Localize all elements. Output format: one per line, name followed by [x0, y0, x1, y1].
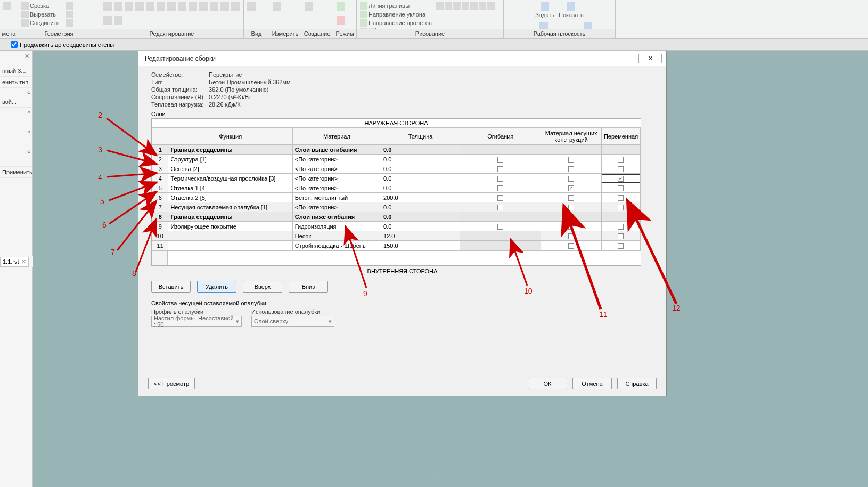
- help-button[interactable]: Справка: [617, 378, 657, 389]
- annotation-number: 2: [98, 111, 102, 119]
- page-marker-icon: ◇: [432, 477, 436, 483]
- profile-label: Профиль опалубки: [151, 309, 242, 315]
- formwork-title: Свойства несущей оставляемой опалубки: [151, 300, 657, 306]
- checkbox[interactable]: [568, 166, 574, 172]
- panel-label: Геометрия: [18, 29, 100, 38]
- annotation-number: 3: [98, 145, 102, 154]
- apply-button[interactable]: Применить: [0, 167, 32, 178]
- dialog-title: Редактирование сборки: [145, 55, 216, 62]
- checkbox[interactable]: [618, 176, 624, 182]
- edit-assembly-dialog: Редактирование сборки ✕ Семейство:Перекр…: [138, 51, 667, 396]
- panel-label: Редактирование: [100, 29, 243, 38]
- extend-core-label: Продолжить до сердцевины стены: [20, 42, 114, 48]
- table-row[interactable]: 10Песок12.0: [152, 231, 641, 241]
- list-item[interactable]: нный 3...: [0, 66, 32, 77]
- layers-table[interactable]: Функция Материал Толщина Огибания Матери…: [152, 128, 641, 250]
- checkbox[interactable]: [568, 195, 574, 201]
- table-row[interactable]: 4Термическая/воздушная прослойка [3]<По …: [152, 174, 641, 183]
- checkbox[interactable]: [497, 157, 503, 163]
- annotation-number: 7: [111, 248, 115, 256]
- table-row[interactable]: 3Основа [2]<По категории>0.0: [152, 164, 641, 174]
- panel-label: мена: [0, 29, 18, 38]
- checkbox[interactable]: [618, 157, 624, 163]
- checkbox[interactable]: [568, 224, 574, 230]
- panel-label: Рисование: [357, 29, 503, 38]
- annotation-number: 8: [132, 269, 136, 278]
- list-item[interactable]: вой...: [0, 96, 32, 108]
- close-button[interactable]: ✕: [638, 54, 662, 63]
- annotation-number: 12: [672, 304, 681, 312]
- close-icon[interactable]: ✕: [24, 53, 29, 60]
- table-row[interactable]: 1Граница сердцевиныСлои выше огибания0.0: [152, 145, 641, 155]
- annotation-number: 11: [599, 310, 608, 319]
- annotation-number: 6: [102, 221, 107, 229]
- list-item[interactable]: енить тип: [0, 77, 32, 88]
- file-tab[interactable]: 1.1.rvt✕: [0, 257, 29, 267]
- table-row[interactable]: 6Отделка 2 [5]Бетон, монолитный200.0: [152, 193, 641, 202]
- table-row[interactable]: 9Изолирующее покрытиеГидроизоляция0.0: [152, 222, 641, 231]
- usage-label: Использование опалубки: [251, 309, 334, 315]
- usage-select[interactable]: Слой сверху: [251, 316, 334, 327]
- col-function[interactable]: Функция: [168, 128, 292, 145]
- checkbox[interactable]: [618, 233, 624, 239]
- up-button[interactable]: Вверх: [243, 281, 282, 293]
- table-row[interactable]: 11Стройплощадка - Щебень150.0: [152, 241, 641, 250]
- checkbox[interactable]: [568, 157, 574, 163]
- profile-select[interactable]: Настил формы_Несоставной : 50: [151, 316, 242, 327]
- properties-panel: ✕ нный 3... енить тип « вой... « « « При…: [0, 51, 33, 487]
- paste-icon[interactable]: [3, 2, 11, 10]
- options-bar: Продолжить до сердцевины стены: [0, 39, 868, 51]
- annotation-number: 5: [100, 197, 104, 206]
- checkbox[interactable]: [497, 205, 503, 210]
- checkbox[interactable]: [618, 185, 624, 191]
- panel-label: Рабочая плоскость: [504, 29, 615, 38]
- ok-button[interactable]: ОК: [528, 378, 567, 389]
- panel-label: Режим: [333, 29, 356, 38]
- table-row[interactable]: 2Структура [1]<По категории>0.0: [152, 155, 641, 164]
- checkbox[interactable]: [618, 166, 624, 172]
- panel-label: Измерить: [269, 29, 301, 38]
- checkbox[interactable]: [497, 185, 503, 191]
- checkbox[interactable]: [497, 224, 503, 230]
- checkbox[interactable]: [497, 195, 503, 201]
- panel-label: Вид: [244, 29, 269, 38]
- layers-label: Слои: [151, 111, 657, 117]
- annotation-number: 9: [363, 289, 367, 298]
- checkbox[interactable]: [497, 176, 503, 182]
- col-material[interactable]: Материал: [292, 128, 381, 145]
- table-row[interactable]: 8Граница сердцевиныСлои ниже огибания0.0: [152, 212, 641, 222]
- inner-side-label: ВНУТРЕННЯЯ СТОРОНА: [148, 266, 657, 275]
- down-button[interactable]: Вниз: [289, 281, 328, 293]
- checkbox[interactable]: [568, 185, 574, 191]
- checkbox[interactable]: [618, 243, 624, 249]
- col-structural[interactable]: Материал несущих конструкций: [541, 128, 602, 145]
- checkbox[interactable]: [618, 195, 624, 201]
- col-variable[interactable]: Переменная: [601, 128, 640, 145]
- preview-button[interactable]: << Просмотр: [148, 378, 195, 389]
- outer-side-label: НАРУЖНАЯ СТОРОНА: [152, 119, 641, 128]
- checkbox[interactable]: [618, 224, 624, 230]
- checkbox[interactable]: [568, 233, 574, 239]
- table-row[interactable]: 7Несущая оставляемая опалубка [1]<По кат…: [152, 202, 641, 212]
- checkbox[interactable]: [618, 205, 624, 210]
- close-icon[interactable]: ✕: [21, 258, 26, 265]
- ribbon: мена Срезка Вырезать Соединить Геометрия…: [0, 0, 868, 39]
- checkbox[interactable]: [497, 166, 503, 172]
- table-row[interactable]: 5Отделка 1 [4]<По категории>0.0: [152, 183, 641, 193]
- col-wraps[interactable]: Огибания: [460, 128, 541, 145]
- delete-button[interactable]: Удалить: [197, 281, 236, 293]
- checkbox[interactable]: [568, 205, 574, 210]
- annotation-number: 10: [524, 287, 533, 295]
- checkbox[interactable]: [568, 243, 574, 249]
- checkbox[interactable]: [568, 176, 574, 182]
- insert-button[interactable]: Вставить: [151, 281, 191, 293]
- panel-label: Создание: [301, 29, 333, 38]
- col-thickness[interactable]: Толщина: [381, 128, 460, 145]
- annotation-number: 4: [98, 173, 102, 182]
- extend-core-checkbox[interactable]: [11, 41, 18, 48]
- assembly-info: Семейство:Перекрытие Тип:Бетон-Промышлен…: [151, 71, 657, 108]
- cancel-button[interactable]: Отмена: [572, 378, 612, 389]
